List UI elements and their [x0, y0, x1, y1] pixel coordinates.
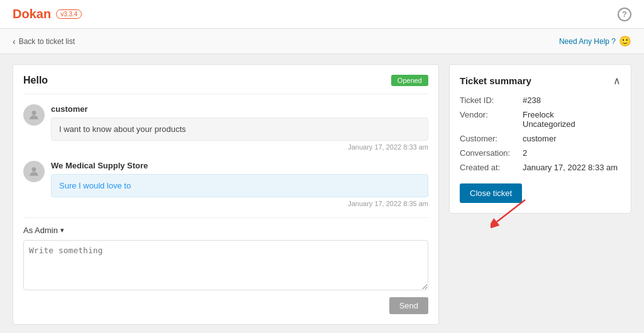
vendor-link[interactable]: Freelock: [523, 110, 554, 119]
created-value: January 17, 2022 8:33 am: [523, 163, 618, 172]
summary-row-vendor: Vendor: Freelock Uncategorized: [460, 110, 621, 129]
message-block-2: We Medical Supply Store Sure I would lov…: [23, 161, 428, 207]
back-label: Back to ticket list: [19, 37, 75, 46]
back-arrow-icon: ‹: [13, 36, 16, 46]
svg-line-3: [497, 200, 525, 222]
version-badge: v3.3.4: [56, 9, 82, 19]
summary-row-created: Created at: January 17, 2022 8:33 am: [460, 163, 621, 172]
close-ticket-container: Close ticket: [460, 177, 522, 203]
need-help-label: Need Any Help ?: [559, 37, 616, 46]
conversation-value: 2: [523, 148, 527, 158]
summary-header: Ticket summary ∧: [460, 75, 621, 87]
avatar-1: [23, 104, 45, 126]
ticket-id-value: #238: [523, 96, 541, 105]
summary-row-conversation: Conversation: 2: [460, 148, 621, 158]
summary-panel: Ticket summary ∧ Ticket ID: #238 Vendor:…: [449, 64, 631, 214]
as-admin-dropdown[interactable]: As Admin ▾: [23, 226, 428, 235]
svg-point-0: [32, 111, 36, 115]
svg-point-1: [32, 167, 36, 172]
need-help-link[interactable]: Need Any Help ? 🙂: [559, 35, 631, 47]
topbar: Dokan v3.3.4 ?: [0, 0, 644, 29]
message-content-2: We Medical Supply Store Sure I would lov…: [51, 161, 428, 207]
vendor-sub: Uncategorized: [523, 119, 575, 129]
message-content-1: customer I want to know about your produ…: [51, 104, 428, 151]
ticket-title: Hello: [23, 75, 48, 86]
reply-footer: Send: [23, 297, 428, 314]
customer-label: Customer:: [460, 134, 523, 143]
message-block-1: customer I want to know about your produ…: [23, 104, 428, 151]
smiley-icon: 🙂: [619, 35, 631, 47]
message-bubble-1: I want to know about your products: [51, 117, 428, 141]
ticket-panel: Hello Opened customer I want to know abo…: [13, 64, 439, 325]
summary-row-customer: Customer: customer: [460, 134, 621, 143]
logo-area: Dokan v3.3.4: [13, 7, 82, 21]
reply-textarea[interactable]: [23, 240, 428, 290]
logo-text: Dokan: [13, 7, 51, 21]
reply-area: As Admin ▾ Send: [23, 217, 428, 314]
as-admin-label: As Admin: [23, 226, 58, 235]
customer-value: customer: [523, 134, 556, 143]
close-ticket-button[interactable]: Close ticket: [460, 183, 522, 203]
main-content: Hello Opened customer I want to know abo…: [0, 54, 644, 333]
ticket-header: Hello Opened: [23, 75, 428, 94]
status-badge: Opened: [391, 75, 428, 86]
message-bubble-2: Sure I would love to: [51, 174, 428, 197]
message-time-1: January 17, 2022 8:33 am: [51, 143, 428, 151]
back-to-ticket-list-link[interactable]: ‹ Back to ticket list: [13, 36, 75, 46]
created-label: Created at:: [460, 163, 523, 172]
chevron-down-icon: ▾: [60, 226, 64, 234]
ticket-id-label: Ticket ID:: [460, 96, 523, 105]
help-icon-button[interactable]: ?: [618, 8, 631, 21]
vendor-label: Vendor:: [460, 110, 523, 129]
send-button[interactable]: Send: [389, 297, 428, 314]
subbar: ‹ Back to ticket list Need Any Help ? 🙂: [0, 29, 644, 54]
summary-title: Ticket summary: [460, 75, 531, 86]
message-time-2: January 17, 2022 8:35 am: [51, 200, 428, 207]
vendor-value: Freelock Uncategorized: [523, 110, 575, 129]
collapse-icon[interactable]: ∧: [613, 75, 621, 87]
avatar-2: [23, 161, 45, 182]
message-author-1: customer: [51, 104, 428, 114]
conversation-label: Conversation:: [460, 148, 523, 158]
message-author-2: We Medical Supply Store: [51, 161, 428, 170]
summary-row-ticket-id: Ticket ID: #238: [460, 96, 621, 105]
